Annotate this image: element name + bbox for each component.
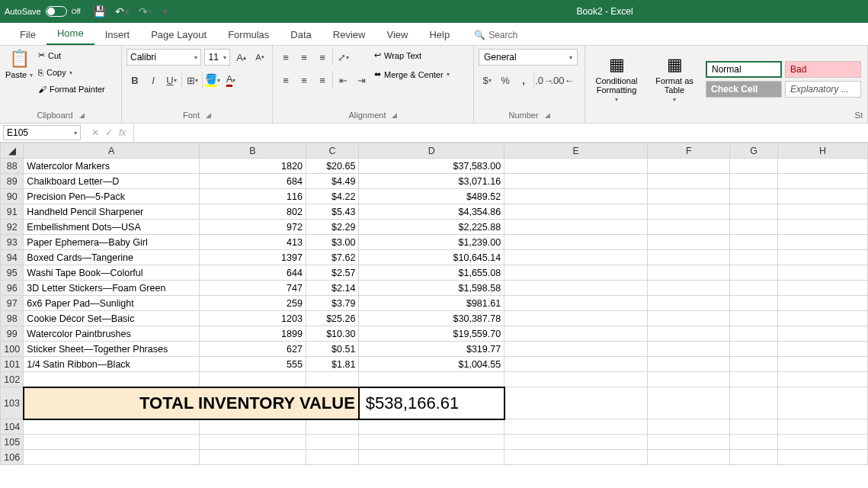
cell[interactable] xyxy=(730,189,778,204)
cell[interactable] xyxy=(504,189,648,204)
align-center-icon[interactable]: ≡ xyxy=(296,72,312,88)
column-header[interactable]: E xyxy=(504,143,648,159)
tab-page-layout[interactable]: Page Layout xyxy=(140,24,217,45)
cell[interactable] xyxy=(504,450,648,465)
cell[interactable] xyxy=(778,296,868,311)
row-header[interactable]: 88 xyxy=(1,159,24,174)
format-painter-button[interactable]: 🖌Format Painter xyxy=(38,83,105,95)
column-header[interactable]: D xyxy=(359,143,504,159)
toggle-icon[interactable] xyxy=(46,6,67,17)
row-header[interactable]: 101 xyxy=(1,357,24,372)
cell[interactable] xyxy=(648,174,730,189)
cell[interactable] xyxy=(778,159,868,174)
cell[interactable] xyxy=(306,450,358,465)
fill-color-button[interactable]: 🪣▾ xyxy=(204,72,221,88)
cell[interactable] xyxy=(778,342,868,357)
number-dialog-launcher-icon[interactable]: ◢ xyxy=(545,111,550,119)
cell[interactable] xyxy=(778,311,868,326)
cell[interactable] xyxy=(648,387,730,419)
tab-help[interactable]: Help xyxy=(418,24,460,45)
cell[interactable] xyxy=(648,281,730,296)
alignment-dialog-launcher-icon[interactable]: ◢ xyxy=(392,111,397,119)
cell[interactable] xyxy=(504,357,648,372)
cell[interactable] xyxy=(778,372,868,387)
cell[interactable] xyxy=(504,204,648,220)
cell[interactable]: $3,071.16 xyxy=(359,174,504,189)
row-header[interactable]: 104 xyxy=(1,419,24,435)
fx-icon[interactable]: fx xyxy=(119,127,126,138)
cell[interactable] xyxy=(730,296,778,311)
cell[interactable] xyxy=(504,159,648,174)
cell[interactable]: $2,225.88 xyxy=(359,220,504,235)
cell[interactable] xyxy=(648,159,730,174)
cell[interactable] xyxy=(730,174,778,189)
cell[interactable] xyxy=(648,311,730,326)
cell[interactable]: Chalkboard Letter—D xyxy=(24,174,200,189)
column-header[interactable]: B xyxy=(200,143,306,159)
cell[interactable] xyxy=(24,372,200,387)
cell[interactable]: $981.61 xyxy=(359,296,504,311)
row-header[interactable]: 90 xyxy=(1,189,24,204)
align-top-icon[interactable]: ≡ xyxy=(277,49,294,66)
row-header[interactable]: 93 xyxy=(1,235,24,250)
cell[interactable]: $0.51 xyxy=(306,342,358,357)
paste-button[interactable]: Paste▾ xyxy=(5,69,33,81)
borders-button[interactable]: ⊞▾ xyxy=(184,72,200,88)
cell[interactable] xyxy=(778,235,868,250)
cell[interactable] xyxy=(730,281,778,296)
cell[interactable] xyxy=(504,220,648,235)
cell[interactable] xyxy=(504,311,648,326)
decrease-indent-icon[interactable]: ⇤ xyxy=(335,72,351,88)
cell[interactable] xyxy=(306,435,358,450)
cell[interactable] xyxy=(730,204,778,220)
column-header[interactable]: A xyxy=(24,143,200,159)
font-name-combo[interactable]: Calibri▾ xyxy=(127,49,201,66)
cell[interactable] xyxy=(730,419,778,435)
cell[interactable] xyxy=(778,189,868,204)
cell[interactable]: $7.62 xyxy=(306,250,358,265)
spreadsheet-grid[interactable]: ◢ A B C D E F G H 88Watercolor Markers18… xyxy=(0,143,868,465)
row-header[interactable]: 89 xyxy=(1,174,24,189)
redo-icon[interactable]: ↷▾ xyxy=(139,5,153,18)
cell[interactable] xyxy=(504,250,648,265)
merge-center-button[interactable]: ⬌Merge & Center ▾ xyxy=(374,68,450,81)
cell[interactable]: Paper Ephemera—Baby Girl xyxy=(24,235,200,250)
cell[interactable] xyxy=(730,357,778,372)
cell[interactable] xyxy=(648,296,730,311)
cell[interactable] xyxy=(730,159,778,174)
cell[interactable] xyxy=(359,419,504,435)
cell[interactable]: 1820 xyxy=(200,159,306,174)
cancel-formula-icon[interactable]: ✕ xyxy=(91,127,99,138)
wrap-text-button[interactable]: ↩Wrap Text xyxy=(374,49,450,62)
increase-indent-icon[interactable]: ⇥ xyxy=(353,72,370,88)
cell[interactable] xyxy=(306,419,358,435)
tab-insert[interactable]: Insert xyxy=(94,24,141,45)
cell[interactable] xyxy=(200,435,306,450)
cell[interactable] xyxy=(778,220,868,235)
cell[interactable]: Embellishment Dots—USA xyxy=(24,220,200,235)
cell[interactable]: $25.26 xyxy=(306,311,358,326)
tab-home[interactable]: Home xyxy=(46,23,94,45)
row-header[interactable]: 99 xyxy=(1,326,24,342)
cell[interactable]: $37,583.00 xyxy=(359,159,504,174)
cell[interactable]: $10.30 xyxy=(306,326,358,342)
align-left-icon[interactable]: ≡ xyxy=(277,72,294,88)
cell[interactable]: 1397 xyxy=(200,250,306,265)
column-header[interactable]: C xyxy=(306,143,358,159)
cell[interactable]: $2.14 xyxy=(306,281,358,296)
cell[interactable] xyxy=(730,235,778,250)
cell[interactable] xyxy=(504,235,648,250)
cell[interactable]: $1,598.58 xyxy=(359,281,504,296)
cell[interactable] xyxy=(359,435,504,450)
cell[interactable]: Watercolor Paintbrushes xyxy=(24,326,200,342)
align-bottom-icon[interactable]: ≡ xyxy=(314,49,331,66)
total-label[interactable]: TOTAL INVENTORY VALUE xyxy=(24,387,359,419)
cell[interactable] xyxy=(359,372,504,387)
cell[interactable] xyxy=(504,387,648,419)
cell[interactable]: $20.65 xyxy=(306,159,358,174)
row-header[interactable]: 95 xyxy=(1,265,24,281)
conditional-formatting-button[interactable]: ▦ Conditional Formatting▾ xyxy=(590,55,643,103)
cell[interactable] xyxy=(730,265,778,281)
cell[interactable]: 555 xyxy=(200,357,306,372)
cell[interactable] xyxy=(778,326,868,342)
